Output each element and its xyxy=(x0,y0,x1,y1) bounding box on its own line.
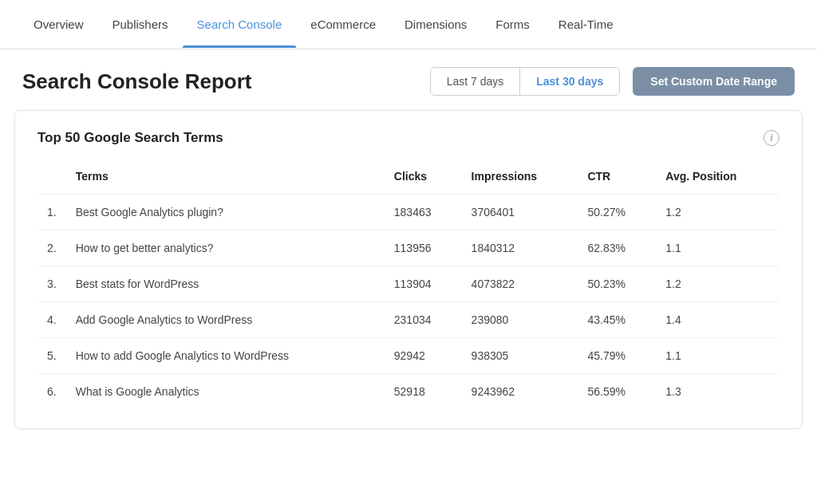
nav-item-ecommerce[interactable]: eCommerce xyxy=(296,2,390,47)
col-header-avg-position: Avg. Position xyxy=(656,162,780,195)
row-clicks: 52918 xyxy=(385,374,462,410)
nav-item-real-time[interactable]: Real-Time xyxy=(544,2,628,47)
row-avg-position: 1.3 xyxy=(656,374,780,410)
table-row: 6. What is Google Analytics 52918 924396… xyxy=(37,374,780,410)
col-header-impressions: Impressions xyxy=(462,162,578,195)
col-header-clicks: Clicks xyxy=(385,162,462,195)
row-ctr: 56.59% xyxy=(578,374,656,410)
row-num: 1. xyxy=(37,195,66,230)
row-clicks: 113904 xyxy=(385,266,462,302)
table-row: 2. How to get better analytics? 113956 1… xyxy=(37,230,780,266)
header-section: Search Console Report Last 7 days Last 3… xyxy=(0,49,817,110)
row-term: Best Google Analytics plugin? xyxy=(66,195,385,230)
table-header: Terms Clicks Impressions CTR Avg. Positi… xyxy=(37,162,780,195)
row-avg-position: 1.4 xyxy=(656,302,780,338)
page-title: Search Console Report xyxy=(22,69,252,94)
row-term: What is Google Analytics xyxy=(66,374,385,410)
row-term: Add Google Analytics to WordPress xyxy=(66,302,385,338)
row-avg-position: 1.1 xyxy=(656,230,780,266)
row-avg-position: 1.2 xyxy=(656,195,780,230)
col-header-ctr: CTR xyxy=(578,162,656,195)
card-title: Top 50 Google Search Terms xyxy=(37,130,223,146)
last-7-days-button[interactable]: Last 7 days xyxy=(431,68,521,95)
row-impressions: 1840312 xyxy=(462,230,578,266)
nav-item-dimensions[interactable]: Dimensions xyxy=(390,2,481,47)
date-toggle: Last 7 days Last 30 days xyxy=(430,67,621,96)
table-row: 5. How to add Google Analytics to WordPr… xyxy=(37,338,780,374)
row-num: 6. xyxy=(37,374,66,410)
search-terms-table: Terms Clicks Impressions CTR Avg. Positi… xyxy=(37,162,780,409)
row-term: How to add Google Analytics to WordPress xyxy=(66,338,385,374)
row-impressions: 4073822 xyxy=(462,266,578,302)
search-terms-card: Top 50 Google Search Terms i Terms Click… xyxy=(14,110,803,429)
col-header-terms: Terms xyxy=(66,162,385,195)
nav-bar: Overview Publishers Search Console eComm… xyxy=(0,0,817,49)
last-30-days-button[interactable]: Last 30 days xyxy=(520,68,619,95)
row-ctr: 62.83% xyxy=(578,230,656,266)
row-clicks: 183463 xyxy=(385,195,462,230)
row-term: How to get better analytics? xyxy=(66,230,385,266)
set-custom-date-range-button[interactable]: Set Custom Date Range xyxy=(633,67,795,96)
row-avg-position: 1.1 xyxy=(656,338,780,374)
table-row: 3. Best stats for WordPress 113904 40738… xyxy=(37,266,780,302)
row-avg-position: 1.2 xyxy=(656,266,780,302)
row-impressions: 3706401 xyxy=(462,195,578,230)
row-impressions: 938305 xyxy=(462,338,578,374)
nav-item-overview[interactable]: Overview xyxy=(19,2,98,47)
row-ctr: 45.79% xyxy=(578,338,656,374)
row-clicks: 231034 xyxy=(385,302,462,338)
table-row: 4. Add Google Analytics to WordPress 231… xyxy=(37,302,780,338)
row-impressions: 9243962 xyxy=(462,374,578,410)
row-num: 2. xyxy=(37,230,66,266)
row-clicks: 92942 xyxy=(385,338,462,374)
row-ctr: 43.45% xyxy=(578,302,656,338)
table-body: 1. Best Google Analytics plugin? 183463 … xyxy=(37,195,780,410)
nav-item-publishers[interactable]: Publishers xyxy=(98,2,183,47)
col-header-num xyxy=(37,162,66,195)
card-header: Top 50 Google Search Terms i xyxy=(37,130,780,146)
row-clicks: 113956 xyxy=(385,230,462,266)
row-num: 3. xyxy=(37,266,66,302)
row-ctr: 50.27% xyxy=(578,195,656,230)
table-row: 1. Best Google Analytics plugin? 183463 … xyxy=(37,195,780,230)
row-impressions: 239080 xyxy=(462,302,578,338)
row-num: 5. xyxy=(37,338,66,374)
row-term: Best stats for WordPress xyxy=(66,266,385,302)
nav-item-search-console[interactable]: Search Console xyxy=(183,2,297,47)
row-ctr: 50.23% xyxy=(578,266,656,302)
row-num: 4. xyxy=(37,302,66,338)
nav-item-forms[interactable]: Forms xyxy=(481,2,544,47)
info-icon[interactable]: i xyxy=(764,130,780,146)
